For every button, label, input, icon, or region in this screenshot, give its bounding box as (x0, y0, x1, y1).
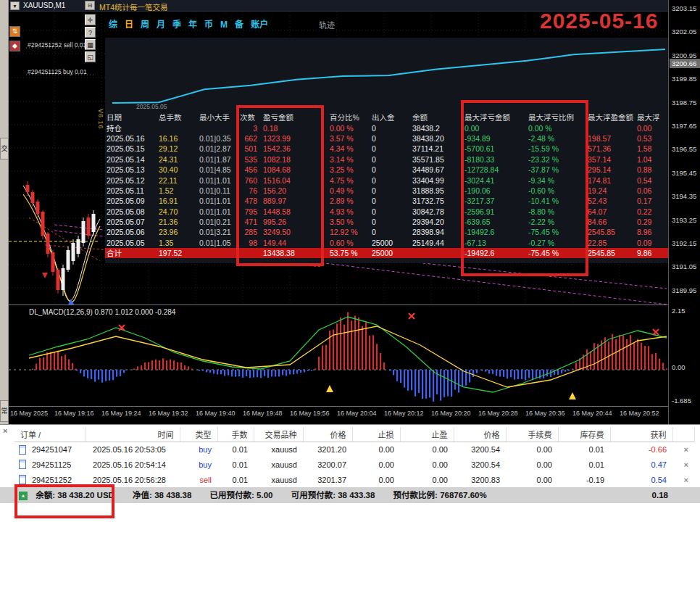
orders-column-header[interactable]: 交易品种 (254, 427, 303, 442)
price-axis-label: 3192.15 (672, 239, 696, 247)
margin-level-summary: 预付款比例: 768767.60% (393, 491, 487, 500)
order-close-button[interactable]: × (684, 460, 688, 469)
cross-marker-3 (653, 329, 659, 335)
macd-histogram (32, 312, 667, 402)
indicator-title: MT4统计每一笔交易 (99, 1, 168, 12)
toolbar-item-M[interactable]: M (220, 20, 228, 30)
annotation-box-trades (236, 105, 324, 266)
indicator-icon-orange[interactable]: ⇅ (9, 26, 20, 37)
macd-scale-label: -1.685 (672, 397, 691, 405)
time-axis-label: 16 May 19:48 (243, 410, 283, 417)
toolbar-item-综[interactable]: 综 (109, 17, 117, 30)
order-time: 2025.05.16 20:53:05 (86, 442, 180, 457)
macd-canvas (9, 306, 668, 406)
time-axis-label: 16 May 20:36 (525, 410, 565, 417)
mt4-window: ▼ XAUUSD,M1 ⊟ MT4统计每一笔交易 ✛ ? ▦ ◱ ⇅ ◆ 交 常… (0, 0, 700, 609)
chart-order-label-sell: #294251252 sell 0.01 (28, 41, 86, 49)
toolbar-item-备[interactable]: 备 (235, 17, 243, 30)
cross-marker-2 (409, 313, 414, 319)
orders-table: 订单 /时间类型手数交易品种价格止损止盈价格手续费库存费获利 294251047… (14, 427, 695, 487)
indicator-icon-red[interactable]: ◆ (9, 41, 20, 51)
time-axis-label: 16 May 19:56 (290, 410, 330, 417)
macd-scale-label: 2.15 (672, 307, 686, 315)
orders-column-header[interactable]: 手续费 (506, 427, 558, 442)
order-close-button[interactable]: × (684, 445, 688, 454)
order-profit: -0.66 (610, 442, 672, 457)
orders-column-header[interactable]: 订单 / (14, 427, 86, 442)
help-button[interactable]: ? (85, 27, 96, 38)
chart-toolbar: 综日周月季年币M备账户 (109, 17, 275, 30)
order-type: buy (180, 457, 217, 472)
order-cell: 0.00 (352, 472, 400, 487)
order-doc-icon (19, 475, 26, 484)
time-axis-label: 16 May 20:28 (478, 410, 518, 417)
orders-column-header[interactable]: 时间 (86, 427, 180, 442)
order-cell: 3200.83 (454, 472, 506, 487)
time-axis-label: 16 May 19:40 (196, 410, 236, 417)
orders-column-header[interactable]: 止损 (352, 427, 400, 442)
time-axis: 16 May 202516 May 19:1616 May 19:2416 Ma… (9, 407, 668, 423)
toolbar-item-月[interactable]: 月 (157, 17, 165, 30)
toolbar-item-账户[interactable]: 账户 (251, 17, 268, 30)
toolbar-item-周[interactable]: 周 (141, 17, 149, 30)
toolbar-track-button[interactable]: 轨迹 (319, 19, 335, 30)
order-cell: 0.01 (558, 457, 610, 472)
order-cell: 0.00 (352, 457, 400, 472)
open-profit-value: 0.18 (652, 487, 668, 503)
order-cell: 3200.54 (454, 457, 506, 472)
order-cell: xauusd (254, 442, 303, 457)
toolbar-item-日[interactable]: 日 (125, 17, 133, 30)
crosshair-button[interactable]: ✛ (85, 14, 96, 25)
toolbar-item-币[interactable]: 币 (204, 17, 213, 30)
time-axis-label: 16 May 20:52 (620, 410, 659, 417)
order-doc-icon (19, 445, 26, 455)
order-profit: 0.47 (610, 457, 672, 472)
order-close-button[interactable]: × (684, 476, 688, 484)
order-cell: 0.00 (352, 442, 400, 457)
order-id: 294251047 (14, 442, 86, 457)
chart-divider (9, 304, 700, 305)
equity-summary: 净值: 38 438.38 (133, 491, 191, 500)
left-toolbar-strip (0, 0, 9, 424)
sidebar-tab-common[interactable]: 常 (0, 400, 9, 422)
order-cell: 3201.37 (303, 472, 352, 487)
orders-column-header[interactable]: 库存费 (558, 427, 610, 442)
orders-column-header[interactable]: 手数 (217, 427, 254, 442)
time-axis-label: 16 May 19:24 (101, 410, 141, 417)
time-axis-label: 16 May 20:12 (384, 410, 424, 417)
orders-column-header[interactable]: 类型 (180, 427, 217, 442)
current-price-badge: 3200.66 (670, 59, 700, 68)
window-button[interactable]: ◱ (85, 51, 96, 62)
order-cell: 0.01 (558, 442, 610, 457)
order-cell: 0.00 (506, 472, 558, 487)
price-axis-label: 3196.55 (672, 145, 696, 153)
toolbar-item-季[interactable]: 季 (172, 17, 181, 30)
orders-column-header[interactable]: 止盈 (400, 427, 454, 442)
axis-divider (9, 406, 700, 407)
chart-symbol-title: XAUUSD,M1 (23, 1, 65, 9)
sell-arrow (42, 273, 48, 278)
toolbar-item-年[interactable]: 年 (188, 17, 197, 30)
order-cell: 0.01 (217, 472, 254, 487)
order-row[interactable]: 2942512522025.05.16 20:56:28sell0.01xauu… (14, 472, 694, 487)
order-id: 294251125 (14, 457, 86, 472)
chart-dropdown-button[interactable]: ▼ (10, 1, 20, 10)
orders-column-header[interactable]: 价格 (303, 427, 352, 442)
orders-column-header[interactable]: 价格 (454, 427, 506, 442)
annotation-box-drawdown (461, 100, 588, 276)
order-cell: 0.01 (217, 457, 254, 472)
margin-summary: 已用预付款: 5.00 (210, 491, 273, 500)
order-cell: xauusd (254, 472, 303, 487)
orders-column-header[interactable]: 获利 (610, 427, 672, 442)
order-cell: 0.00 (400, 442, 454, 457)
order-row[interactable]: 2942510472025.05.16 20:53:05buy0.01xauus… (14, 442, 694, 457)
sidebar-tab-trade[interactable]: 交 (0, 138, 9, 160)
chart-minimize-button[interactable]: ⊟ (85, 1, 95, 10)
terminal-close-button[interactable]: × (3, 426, 7, 435)
price-axis-label: 3203.15 (672, 4, 696, 12)
price-axis-label: 3202.05 (672, 28, 696, 36)
order-row[interactable]: 2942511252025.05.16 20:54:14buy0.01xauus… (14, 457, 694, 472)
annotation-date: 2025-05-16 (540, 9, 658, 33)
order-doc-icon (19, 460, 26, 469)
order-cell: -0.19 (558, 472, 610, 487)
